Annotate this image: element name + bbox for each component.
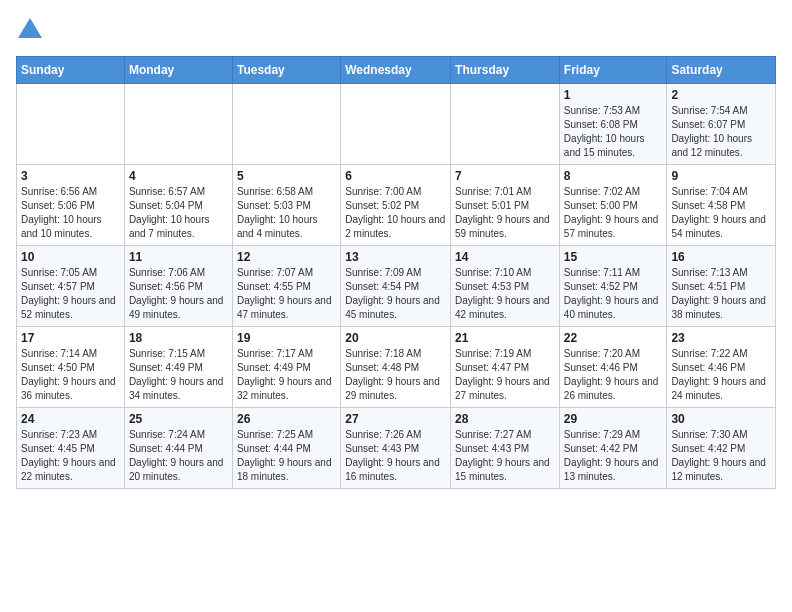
day-info: Sunrise: 7:10 AM Sunset: 4:53 PM Dayligh… — [455, 266, 555, 322]
day-number: 24 — [21, 412, 120, 426]
day-number: 4 — [129, 169, 228, 183]
day-info: Sunrise: 7:04 AM Sunset: 4:58 PM Dayligh… — [671, 185, 771, 241]
day-info: Sunrise: 7:15 AM Sunset: 4:49 PM Dayligh… — [129, 347, 228, 403]
day-info: Sunrise: 7:14 AM Sunset: 4:50 PM Dayligh… — [21, 347, 120, 403]
day-info: Sunrise: 7:11 AM Sunset: 4:52 PM Dayligh… — [564, 266, 663, 322]
day-number: 27 — [345, 412, 446, 426]
calendar-cell — [17, 84, 125, 165]
calendar-cell — [341, 84, 451, 165]
day-info: Sunrise: 7:26 AM Sunset: 4:43 PM Dayligh… — [345, 428, 446, 484]
svg-marker-0 — [18, 18, 42, 38]
day-number: 25 — [129, 412, 228, 426]
calendar-cell: 29Sunrise: 7:29 AM Sunset: 4:42 PM Dayli… — [559, 408, 667, 489]
calendar-cell: 14Sunrise: 7:10 AM Sunset: 4:53 PM Dayli… — [451, 246, 560, 327]
day-number: 15 — [564, 250, 663, 264]
calendar-cell: 26Sunrise: 7:25 AM Sunset: 4:44 PM Dayli… — [232, 408, 340, 489]
day-number: 6 — [345, 169, 446, 183]
day-info: Sunrise: 7:25 AM Sunset: 4:44 PM Dayligh… — [237, 428, 336, 484]
day-number: 21 — [455, 331, 555, 345]
calendar-cell: 4Sunrise: 6:57 AM Sunset: 5:04 PM Daylig… — [124, 165, 232, 246]
calendar-week-row: 24Sunrise: 7:23 AM Sunset: 4:45 PM Dayli… — [17, 408, 776, 489]
day-header: Friday — [559, 57, 667, 84]
calendar-cell: 27Sunrise: 7:26 AM Sunset: 4:43 PM Dayli… — [341, 408, 451, 489]
day-number: 8 — [564, 169, 663, 183]
day-number: 30 — [671, 412, 771, 426]
day-header: Saturday — [667, 57, 776, 84]
day-info: Sunrise: 7:30 AM Sunset: 4:42 PM Dayligh… — [671, 428, 771, 484]
calendar-cell: 1Sunrise: 7:53 AM Sunset: 6:08 PM Daylig… — [559, 84, 667, 165]
calendar-week-row: 10Sunrise: 7:05 AM Sunset: 4:57 PM Dayli… — [17, 246, 776, 327]
day-header: Thursday — [451, 57, 560, 84]
day-number: 18 — [129, 331, 228, 345]
calendar-cell: 28Sunrise: 7:27 AM Sunset: 4:43 PM Dayli… — [451, 408, 560, 489]
calendar-cell: 8Sunrise: 7:02 AM Sunset: 5:00 PM Daylig… — [559, 165, 667, 246]
calendar-cell — [451, 84, 560, 165]
day-info: Sunrise: 7:20 AM Sunset: 4:46 PM Dayligh… — [564, 347, 663, 403]
calendar-cell: 5Sunrise: 6:58 AM Sunset: 5:03 PM Daylig… — [232, 165, 340, 246]
day-number: 26 — [237, 412, 336, 426]
calendar-cell: 13Sunrise: 7:09 AM Sunset: 4:54 PM Dayli… — [341, 246, 451, 327]
day-info: Sunrise: 7:24 AM Sunset: 4:44 PM Dayligh… — [129, 428, 228, 484]
day-number: 5 — [237, 169, 336, 183]
day-info: Sunrise: 7:13 AM Sunset: 4:51 PM Dayligh… — [671, 266, 771, 322]
day-number: 17 — [21, 331, 120, 345]
calendar-cell: 20Sunrise: 7:18 AM Sunset: 4:48 PM Dayli… — [341, 327, 451, 408]
day-header: Tuesday — [232, 57, 340, 84]
day-info: Sunrise: 6:58 AM Sunset: 5:03 PM Dayligh… — [237, 185, 336, 241]
day-number: 29 — [564, 412, 663, 426]
calendar-cell: 23Sunrise: 7:22 AM Sunset: 4:46 PM Dayli… — [667, 327, 776, 408]
calendar-cell: 25Sunrise: 7:24 AM Sunset: 4:44 PM Dayli… — [124, 408, 232, 489]
day-info: Sunrise: 7:23 AM Sunset: 4:45 PM Dayligh… — [21, 428, 120, 484]
day-info: Sunrise: 7:09 AM Sunset: 4:54 PM Dayligh… — [345, 266, 446, 322]
day-header: Wednesday — [341, 57, 451, 84]
day-info: Sunrise: 7:17 AM Sunset: 4:49 PM Dayligh… — [237, 347, 336, 403]
day-number: 20 — [345, 331, 446, 345]
calendar-cell: 12Sunrise: 7:07 AM Sunset: 4:55 PM Dayli… — [232, 246, 340, 327]
day-info: Sunrise: 7:19 AM Sunset: 4:47 PM Dayligh… — [455, 347, 555, 403]
logo-icon — [16, 16, 44, 44]
day-info: Sunrise: 7:07 AM Sunset: 4:55 PM Dayligh… — [237, 266, 336, 322]
day-number: 10 — [21, 250, 120, 264]
calendar-cell: 3Sunrise: 6:56 AM Sunset: 5:06 PM Daylig… — [17, 165, 125, 246]
header — [16, 16, 776, 44]
day-number: 14 — [455, 250, 555, 264]
day-number: 3 — [21, 169, 120, 183]
day-header: Sunday — [17, 57, 125, 84]
day-info: Sunrise: 7:53 AM Sunset: 6:08 PM Dayligh… — [564, 104, 663, 160]
day-number: 1 — [564, 88, 663, 102]
day-number: 23 — [671, 331, 771, 345]
day-number: 22 — [564, 331, 663, 345]
calendar-cell: 17Sunrise: 7:14 AM Sunset: 4:50 PM Dayli… — [17, 327, 125, 408]
day-number: 28 — [455, 412, 555, 426]
day-number: 16 — [671, 250, 771, 264]
calendar-table: SundayMondayTuesdayWednesdayThursdayFrid… — [16, 56, 776, 489]
header-row: SundayMondayTuesdayWednesdayThursdayFrid… — [17, 57, 776, 84]
day-info: Sunrise: 7:06 AM Sunset: 4:56 PM Dayligh… — [129, 266, 228, 322]
day-number: 9 — [671, 169, 771, 183]
calendar-week-row: 3Sunrise: 6:56 AM Sunset: 5:06 PM Daylig… — [17, 165, 776, 246]
day-number: 13 — [345, 250, 446, 264]
calendar-week-row: 17Sunrise: 7:14 AM Sunset: 4:50 PM Dayli… — [17, 327, 776, 408]
day-info: Sunrise: 7:22 AM Sunset: 4:46 PM Dayligh… — [671, 347, 771, 403]
calendar-cell: 24Sunrise: 7:23 AM Sunset: 4:45 PM Dayli… — [17, 408, 125, 489]
calendar-cell: 21Sunrise: 7:19 AM Sunset: 4:47 PM Dayli… — [451, 327, 560, 408]
logo — [16, 16, 48, 44]
day-number: 12 — [237, 250, 336, 264]
calendar-cell: 19Sunrise: 7:17 AM Sunset: 4:49 PM Dayli… — [232, 327, 340, 408]
calendar-cell: 11Sunrise: 7:06 AM Sunset: 4:56 PM Dayli… — [124, 246, 232, 327]
calendar-cell: 6Sunrise: 7:00 AM Sunset: 5:02 PM Daylig… — [341, 165, 451, 246]
day-number: 11 — [129, 250, 228, 264]
calendar-cell: 7Sunrise: 7:01 AM Sunset: 5:01 PM Daylig… — [451, 165, 560, 246]
calendar-cell — [124, 84, 232, 165]
day-info: Sunrise: 6:57 AM Sunset: 5:04 PM Dayligh… — [129, 185, 228, 241]
calendar-cell: 15Sunrise: 7:11 AM Sunset: 4:52 PM Dayli… — [559, 246, 667, 327]
calendar-cell: 22Sunrise: 7:20 AM Sunset: 4:46 PM Dayli… — [559, 327, 667, 408]
day-info: Sunrise: 7:00 AM Sunset: 5:02 PM Dayligh… — [345, 185, 446, 241]
day-info: Sunrise: 7:01 AM Sunset: 5:01 PM Dayligh… — [455, 185, 555, 241]
day-info: Sunrise: 7:29 AM Sunset: 4:42 PM Dayligh… — [564, 428, 663, 484]
day-info: Sunrise: 7:18 AM Sunset: 4:48 PM Dayligh… — [345, 347, 446, 403]
day-info: Sunrise: 7:02 AM Sunset: 5:00 PM Dayligh… — [564, 185, 663, 241]
day-info: Sunrise: 7:54 AM Sunset: 6:07 PM Dayligh… — [671, 104, 771, 160]
day-number: 7 — [455, 169, 555, 183]
day-info: Sunrise: 6:56 AM Sunset: 5:06 PM Dayligh… — [21, 185, 120, 241]
